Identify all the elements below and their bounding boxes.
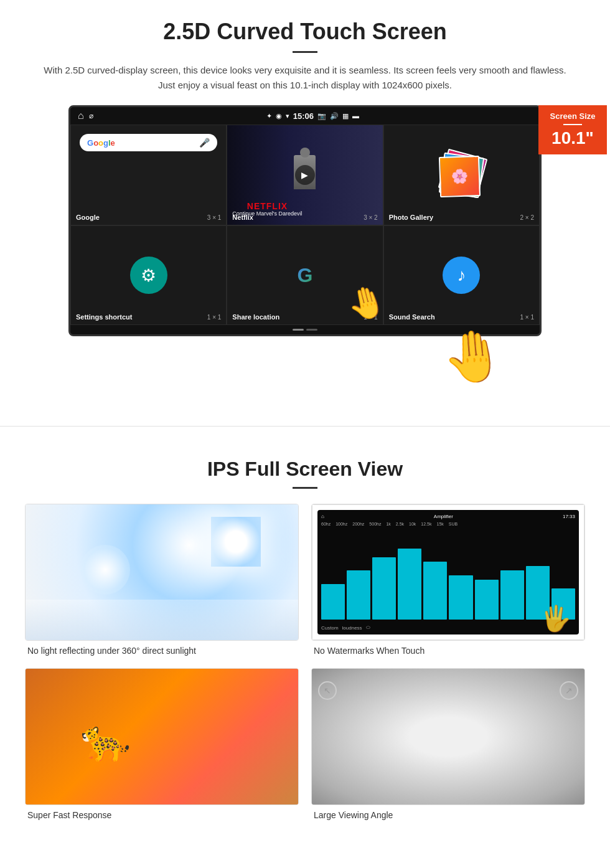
settings-app-label: Settings shortcut (76, 313, 132, 321)
amp-hand-icon: 🖐 (540, 604, 571, 633)
section2-title: IPS Full Screen View (25, 458, 585, 481)
cheetah-visual: 🐆 (26, 669, 298, 804)
gallery-app-cell[interactable]: Photo Gallery 2 × 2 (383, 125, 540, 225)
angle-arrow-left: ↖ (318, 681, 337, 700)
netflix-bg: ▶ NETFLIX Continue Marvel's Daredevil (227, 125, 382, 225)
google-app-label: Google (76, 214, 100, 221)
feature-fast: 🐆 Super Fast Response (25, 668, 299, 820)
netflix-logo-text: NETFLIX (232, 202, 302, 210)
section1-description: With 2.5D curved-display screen, this de… (37, 63, 573, 93)
google-app-cell[interactable]: Google 🎤 Google 3 × 1 (70, 125, 227, 225)
photo-card-3 (439, 156, 481, 197)
settings-icon-circle: ⚙ (130, 257, 167, 294)
signal-icon: ▾ (286, 112, 289, 120)
google-app-size: 3 × 1 (207, 214, 222, 221)
battery-icon: ▦ (342, 112, 349, 120)
amp-bar-5 (423, 562, 447, 620)
badge-size: 10.1" (547, 128, 598, 148)
gear-icon: ⚙ (141, 265, 156, 286)
section-ips: IPS Full Screen View No light reflecting… (0, 439, 610, 833)
settings-app-cell[interactable]: ⚙ Settings shortcut 1 × 1 (70, 225, 227, 325)
usb-icon: ⌀ (89, 111, 93, 120)
feature-watermarks: ⌂ Amplifier 17:33 60hz100hz200hz500hz1k2… (311, 504, 585, 656)
sound-app-size: 1 × 1 (520, 314, 534, 321)
title-underline (293, 51, 317, 53)
app-grid: Google 🎤 Google 3 × 1 (70, 125, 540, 325)
amp-bar-1 (321, 584, 345, 620)
time-display: 15:06 (293, 111, 314, 121)
gallery-app-size: 2 × 2 (520, 214, 534, 221)
sound-app-label: Sound Search (389, 313, 435, 321)
section2-underline (293, 487, 317, 489)
amp-screen: ⌂ Amplifier 17:33 60hz100hz200hz500hz1k2… (317, 510, 579, 634)
sunlight-label: No light reflecting under 360° direct su… (25, 646, 299, 656)
angle-image: 🚗 ↖ ↗ (311, 668, 585, 805)
amp-loudness: loudness (342, 625, 362, 631)
bluetooth-icon: ✦ (266, 112, 272, 120)
cheetah-icon: 🐆 (80, 717, 131, 764)
car-visual: 🚗 ↖ ↗ (312, 669, 584, 804)
watermarks-image: ⌂ Amplifier 17:33 60hz100hz200hz500hz1k2… (311, 504, 585, 641)
amp-title: Amplifier (434, 514, 453, 519)
maps-icon: G (289, 257, 321, 294)
gallery-app-label: Photo Gallery (389, 214, 434, 221)
amp-bar-7 (475, 580, 499, 620)
device-frame: ⌂ ⌀ ✦ ◉ ▾ 15:06 📷 🔊 ▦ ▬ (68, 105, 542, 336)
feature-sunlight: No light reflecting under 360° direct su… (25, 504, 299, 656)
amp-bar-2 (347, 570, 370, 620)
fast-image: 🐆 (25, 668, 299, 805)
section-curved-screen: 2.5D Curved Touch Screen With 2.5D curve… (0, 0, 610, 351)
feature-angle: 🚗 ↖ ↗ Large Viewing Angle (311, 668, 585, 820)
sound-app-cell[interactable]: ♪ Sound Search 1 × 1 (383, 225, 540, 325)
maps-letter: G (298, 264, 313, 287)
amp-freq-labels: 60hz100hz200hz500hz1k2.5k10k12.5k15kSUB (321, 522, 575, 526)
status-left-icons: ⌂ ⌀ (78, 110, 93, 121)
netflix-app-label: Netflix (232, 214, 253, 221)
hand-pointer-icon: 🤚 (343, 281, 383, 325)
photo-stack (436, 150, 486, 200)
section1-title: 2.5D Curved Touch Screen (37, 19, 573, 45)
sun-rays (211, 517, 261, 567)
amp-bar-8 (500, 570, 524, 620)
sound-icon-circle: ♪ (443, 257, 480, 294)
fast-label: Super Fast Response (25, 810, 299, 820)
share-app-cell[interactable]: G 🤚 Share location 1 × 1 (227, 225, 383, 325)
amp-home: ⌂ (321, 514, 324, 519)
amp-footer: Custom loudness ⬭ (321, 625, 575, 631)
camera-icon: 📷 (317, 112, 326, 120)
amp-bars (321, 528, 575, 622)
volume-icon: 🔊 (330, 112, 339, 120)
music-note-icon: ♪ (457, 265, 466, 285)
feature-grid: No light reflecting under 360° direct su… (25, 504, 585, 820)
screen-size-badge: Screen Size 10.1" (538, 105, 607, 154)
settings-app-size: 1 × 1 (207, 314, 222, 321)
amp-toggle: ⬭ (366, 625, 370, 631)
section-divider (0, 426, 610, 427)
watermarks-label: No Watermarks When Touch (311, 646, 585, 656)
sunlight-image (25, 504, 299, 641)
mic-icon[interactable]: 🎤 (199, 138, 210, 148)
amp-bar-4 (398, 549, 421, 620)
amp-bar-3 (372, 557, 396, 620)
badge-label: Screen Size (547, 111, 598, 121)
status-bar: ⌂ ⌀ ✦ ◉ ▾ 15:06 📷 🔊 ▦ ▬ (70, 107, 540, 125)
google-search-bar[interactable]: Google 🎤 (80, 134, 217, 151)
amp-visual: ⌂ Amplifier 17:33 60hz100hz200hz500hz1k2… (312, 504, 584, 640)
angle-arrow-right: ↗ (560, 681, 578, 700)
google-logo: Google (87, 138, 115, 148)
status-center: ✦ ◉ ▾ 15:06 📷 🔊 ▦ ▬ (266, 111, 359, 121)
amp-time: 17:33 (563, 514, 575, 519)
netflix-app-size: 3 × 2 (364, 214, 378, 221)
badge-divider (563, 124, 582, 125)
netflix-app-cell[interactable]: ▶ NETFLIX Continue Marvel's Daredevil Ne… (227, 125, 383, 225)
location-icon: ◉ (276, 112, 282, 120)
amp-header: ⌂ Amplifier 17:33 (321, 514, 575, 519)
angle-label: Large Viewing Angle (311, 810, 585, 820)
share-app-label: Share location (232, 313, 279, 321)
hand-touch-icon: 🤚 (439, 325, 507, 389)
window-icon: ▬ (352, 112, 359, 120)
amp-custom-btn: Custom (321, 625, 339, 631)
home-icon[interactable]: ⌂ (78, 110, 84, 121)
amp-bar-6 (449, 575, 472, 620)
sunlight-visual (26, 504, 298, 640)
